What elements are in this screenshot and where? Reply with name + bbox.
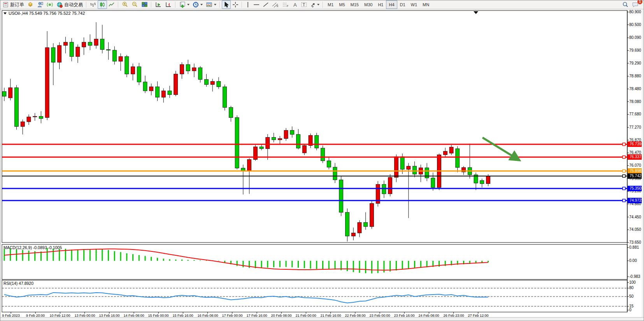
fibonacci-icon: F — [282, 2, 289, 8]
auto-scroll-button[interactable] — [163, 0, 174, 9]
trendline-icon — [263, 2, 269, 8]
terminal-window: 新订单 自动交易 — [0, 0, 644, 321]
rsi-tick-label: 100 — [629, 280, 636, 284]
search-button[interactable] — [621, 0, 630, 9]
auto-scroll-icon — [165, 2, 172, 8]
new-order-label: 新订单 — [10, 2, 24, 8]
candlestick-icon — [99, 2, 105, 8]
notifications-button[interactable]: 1 — [630, 0, 640, 9]
rsi-indicator-label: RSI(14) 47.8920 — [4, 281, 33, 286]
timeframe-h4[interactable]: H4 — [386, 0, 397, 9]
macd-indicator-label: MACD(12,26,9) -0.0893 -0.1005 — [4, 245, 62, 250]
candlestick-mode-button[interactable] — [98, 0, 107, 9]
price-tick-label: 80.500 — [629, 23, 641, 27]
cursor-icon — [223, 2, 229, 8]
svg-text:A: A — [293, 2, 297, 8]
chart-shift-marker-icon[interactable] — [474, 11, 478, 14]
zoom-out-button[interactable] — [130, 0, 140, 9]
channel-icon: E — [272, 2, 279, 8]
cursor-tool-button[interactable] — [222, 0, 231, 9]
text-tool[interactable]: A — [291, 0, 299, 9]
zoom-in-button[interactable] — [120, 0, 130, 9]
rsi-line — [4, 293, 488, 303]
gold-chart-icon — [27, 2, 34, 8]
vertical-line-icon — [246, 2, 250, 8]
timeframe-m1[interactable]: M1 — [325, 0, 336, 9]
auto-trading-label: 自动交易 — [64, 2, 83, 8]
pane-separator-rsi[interactable] — [2, 279, 627, 280]
macd-pane-border — [2, 244, 627, 279]
text-label-tool[interactable]: T — [299, 0, 309, 9]
bar-chart-icon — [90, 2, 96, 8]
auto-trading-button[interactable]: 自动交易 — [55, 0, 84, 9]
rsi-pane-border — [2, 280, 627, 312]
bar-chart-mode-button[interactable] — [88, 0, 98, 9]
rsi-tick-label: 80 — [629, 286, 633, 290]
search-icon — [622, 2, 629, 8]
timeframe-m5[interactable]: M5 — [336, 0, 347, 9]
text-a-icon: A — [292, 2, 298, 8]
line-chart-icon — [109, 2, 115, 8]
price-tick-label: 78.080 — [629, 99, 641, 104]
price-tick-label: 79.290 — [629, 61, 641, 65]
price-tick-label: 78.880 — [629, 74, 641, 78]
timeframe-m30[interactable]: M30 — [361, 0, 375, 9]
timeframe-group: M1 M5 M15 M30 H1 H4 D1 W1 MN — [325, 0, 432, 9]
add-indicator-icon — [179, 2, 186, 8]
auto-trading-icon — [56, 2, 63, 8]
indicator-window-icon — [206, 2, 213, 8]
tile-windows-button[interactable] — [140, 0, 149, 9]
period-clock-button[interactable] — [191, 0, 204, 9]
indicator-windows-button[interactable] — [204, 0, 218, 9]
vertical-line-tool[interactable] — [244, 0, 252, 9]
horizontal-line-tool[interactable] — [252, 0, 261, 9]
chart-plot-area[interactable] — [2, 10, 627, 242]
pane-separator-macd[interactable] — [2, 242, 627, 244]
text-label-icon: T — [301, 2, 307, 8]
chart-title: USOil-,H4 75.549 75.756 75.522 75.742 — [4, 11, 85, 16]
svg-text:F: F — [287, 5, 288, 7]
chart-shift-icon — [155, 2, 162, 8]
add-indicator-button[interactable] — [177, 0, 191, 9]
svg-text:E: E — [277, 5, 279, 7]
person-chart-icon — [37, 2, 44, 8]
arrows-tool[interactable] — [309, 0, 321, 9]
macd-tick-label: 0.881 — [629, 245, 639, 249]
price-tag-76.739: 76.739 — [628, 141, 643, 147]
new-order-icon — [3, 2, 9, 8]
dropdown-caret — [200, 4, 203, 5]
crosshair-tool-button[interactable] — [231, 0, 240, 9]
trendline-tool[interactable] — [261, 0, 270, 9]
macd-tick-label: -0.983 — [629, 274, 640, 279]
chart-shift-button[interactable] — [153, 0, 163, 9]
price-tick-label: 74.450 — [629, 215, 641, 219]
line-chart-mode-button[interactable] — [107, 0, 116, 9]
timeframe-w1[interactable]: W1 — [408, 0, 420, 9]
timeframe-mn[interactable]: MN — [420, 0, 432, 9]
window-right-edge — [642, 10, 644, 318]
clock-icon — [193, 2, 199, 8]
market-watch-button[interactable] — [26, 0, 35, 9]
price-tick-label: 80.900 — [629, 10, 641, 14]
crosshair-icon — [232, 2, 239, 8]
price-tick-label: 77.680 — [629, 112, 641, 116]
price-tick-label: 78.480 — [629, 87, 641, 91]
data-window-button[interactable] — [35, 0, 45, 9]
dropdown-caret — [317, 4, 319, 5]
timeframe-h1[interactable]: H1 — [375, 0, 386, 9]
price-tag-76.337: 76.337 — [628, 154, 643, 160]
new-order-button[interactable]: 新订单 — [1, 0, 26, 9]
timeframe-m15[interactable]: M15 — [348, 0, 361, 9]
timeframe-d1[interactable]: D1 — [397, 0, 408, 9]
shapes-arrow-icon — [310, 2, 316, 8]
fibonacci-tool[interactable]: F — [281, 0, 291, 9]
price-tag-75.350: 75.350 — [628, 186, 643, 191]
channel-tool[interactable]: E — [270, 0, 281, 9]
rsi-tick-label: 50 — [629, 294, 633, 298]
toolbar: 新订单 自动交易 — [0, 0, 644, 9]
signals-button[interactable] — [45, 0, 55, 9]
window-footer — [0, 317, 644, 321]
price-tick-label: 80.090 — [629, 35, 641, 40]
zoom-out-icon — [132, 2, 138, 8]
price-tag-75.742: 75.742 — [628, 173, 643, 179]
